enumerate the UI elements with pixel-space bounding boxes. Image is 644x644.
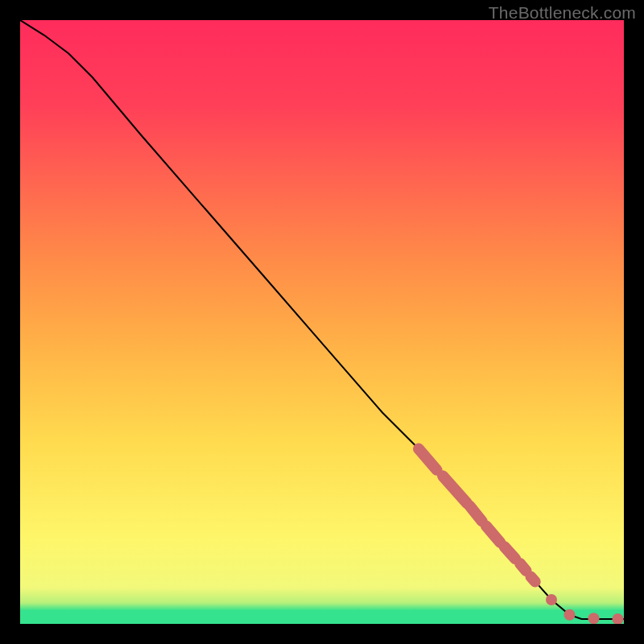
highlight-dot	[546, 594, 557, 605]
highlight-segment	[419, 449, 437, 470]
highlight-segment	[531, 577, 535, 582]
main-curve	[20, 20, 624, 619]
highlight-segment	[443, 476, 467, 503]
highlight-dot	[564, 609, 576, 621]
highlight-segment	[520, 564, 526, 571]
highlight-dot	[613, 613, 624, 624]
highlight-segment	[470, 506, 482, 522]
plot-area	[20, 20, 624, 624]
highlight-segments	[419, 449, 535, 582]
highlight-dot	[588, 613, 600, 624]
chart-stage: TheBottleneck.com	[0, 0, 644, 644]
chart-svg	[20, 20, 624, 624]
highlight-segment	[505, 547, 516, 559]
highlight-segment	[486, 526, 500, 543]
